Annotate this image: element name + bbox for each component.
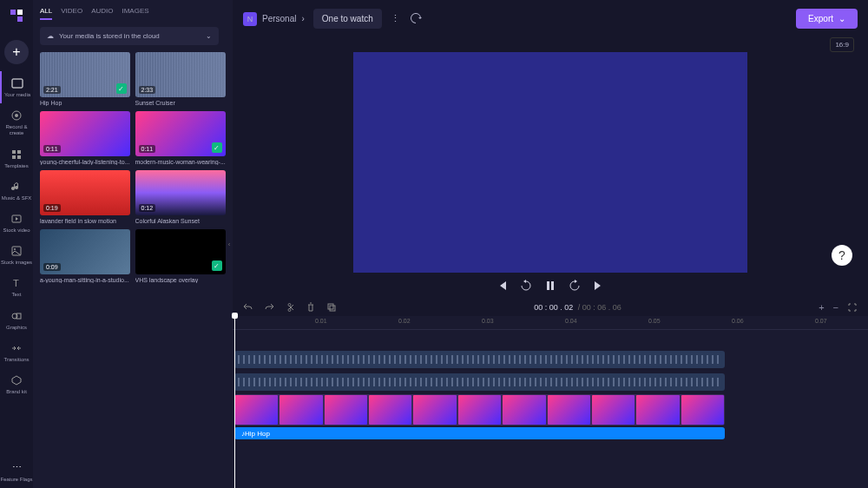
sidebar-item-stock-images[interactable]: Stock images	[0, 239, 33, 271]
sidebar-label: Stock video	[3, 228, 30, 234]
ruler-tick: 0.02	[398, 318, 411, 324]
media-item[interactable]: 0:12Colorful Alaskan Sunset	[135, 170, 226, 224]
pause-icon[interactable]	[544, 280, 556, 292]
aspect-ratio-badge[interactable]: 16:9	[830, 37, 854, 52]
media-item[interactable]: 0:19lavander field in slow motion	[40, 170, 130, 224]
action-bar: 00 : 00 . 02 / 00 : 06 . 06 + −	[233, 299, 868, 316]
video-frame	[458, 395, 501, 425]
chevron-down-icon: ⌄	[838, 14, 845, 23]
rewind-10-icon[interactable]	[520, 280, 532, 292]
timeline-ruler[interactable]: 0.010.020.030.040.050.060.07	[233, 316, 868, 330]
media-name: Colorful Alaskan Sunset	[135, 218, 226, 224]
forward-10-icon[interactable]	[569, 280, 581, 292]
svg-rect-6	[17, 155, 21, 159]
sidebar-item-feature-flags[interactable]: ⋯ Feature Flags	[0, 456, 33, 488]
checkmark-icon: ✓	[212, 142, 222, 153]
add-button[interactable]: +	[4, 40, 29, 64]
sidebar-label: Text	[11, 292, 21, 298]
media-item[interactable]: 0:09a-young-man-sitting-in-a-studio...	[40, 229, 130, 283]
tab-all[interactable]: ALL	[40, 7, 52, 20]
duplicate-icon[interactable]	[326, 302, 337, 313]
media-thumbnail: 0:11	[40, 111, 130, 156]
timeline[interactable]: 0.010.020.030.040.050.060.07 ♪ Hip Hop	[233, 316, 868, 488]
sidebar-item-stock-video[interactable]: Stock video	[0, 207, 33, 239]
fit-icon[interactable]	[847, 302, 858, 313]
media-thumbnail: 0:09	[40, 229, 130, 274]
playhead[interactable]	[234, 316, 235, 488]
media-item[interactable]: 2:33Sunset Cruiser	[135, 52, 226, 106]
sidebar-item-music[interactable]: Music & SFX	[0, 175, 33, 207]
collapse-panel-handle[interactable]: ‹	[226, 0, 233, 488]
svg-point-9	[14, 248, 16, 250]
video-frame	[636, 395, 679, 425]
main-area: N Personal › One to watch ⋮ Export ⌄ 16:…	[233, 0, 868, 488]
cloud-storage-bar[interactable]: ☁ Your media is stored in the cloud ⌄	[40, 27, 219, 45]
sidebar-item-record[interactable]: Record & create	[0, 103, 33, 142]
export-button[interactable]: Export ⌄	[796, 9, 858, 29]
waveform-track[interactable]	[234, 351, 725, 368]
skip-previous-icon[interactable]	[496, 280, 508, 292]
chevron-down-icon: ⌄	[206, 32, 212, 40]
zoom-in-icon[interactable]: +	[819, 302, 824, 313]
media-item[interactable]: 0:11✓modern-music-woman-wearing-...	[135, 111, 226, 165]
media-name: modern-music-woman-wearing-...	[135, 159, 226, 165]
help-button[interactable]: ?	[832, 245, 852, 266]
video-track[interactable]	[234, 394, 725, 425]
svg-rect-13	[547, 281, 549, 290]
undo-icon[interactable]	[243, 302, 253, 313]
sidebar-label: Music & SFX	[2, 195, 32, 201]
sidebar-item-text[interactable]: T Text	[0, 271, 33, 303]
playback-controls	[233, 273, 868, 299]
sidebar-label: Stock images	[1, 260, 32, 266]
sidebar-item-graphics[interactable]: Graphics	[0, 304, 33, 336]
media-item[interactable]: 2:21✓Hip Hop	[40, 52, 130, 106]
video-frame	[548, 395, 590, 425]
sidebar-item-transitions[interactable]: Transitions	[0, 336, 33, 368]
checkmark-icon: ✓	[116, 83, 127, 94]
current-time: 00 : 00 . 02	[534, 303, 573, 312]
project-name-input[interactable]: One to watch	[313, 9, 382, 29]
tab-audio[interactable]: AUDIO	[91, 7, 113, 20]
video-frame	[325, 395, 367, 425]
sidebar-item-brand-kit[interactable]: Brand kit	[0, 368, 33, 400]
media-thumbnail: 2:33	[135, 52, 226, 97]
media-duration: 0:19	[43, 204, 61, 212]
skip-next-icon[interactable]	[593, 280, 605, 292]
ruler-tick: 0.07	[815, 318, 827, 324]
workspace-name: Personal	[262, 14, 296, 23]
sidebar-item-templates[interactable]: Templates	[0, 142, 33, 175]
svg-rect-0	[12, 79, 23, 88]
svg-rect-15	[328, 304, 333, 309]
svg-text:T: T	[13, 278, 19, 288]
graphics-icon	[10, 309, 23, 323]
audio-clip[interactable]: ♪ Hip Hop	[234, 427, 725, 439]
media-thumbnail: 2:21✓	[40, 52, 130, 97]
tab-images[interactable]: IMAGES	[122, 7, 148, 20]
video-frame	[681, 395, 724, 425]
split-icon[interactable]	[285, 302, 295, 313]
workspace-selector[interactable]: N Personal ›	[243, 12, 305, 26]
waveform-track[interactable]	[234, 373, 725, 391]
media-item[interactable]: ✓VHS landscape overlay	[135, 229, 226, 283]
left-sidebar: + Your media Record & create Templates M…	[0, 0, 33, 488]
delete-icon[interactable]	[306, 302, 316, 313]
media-grid: 2:21✓Hip Hop2:33Sunset Cruiser0:11young-…	[40, 52, 219, 283]
app-logo	[6, 5, 27, 26]
svg-rect-3	[12, 150, 16, 154]
zoom-out-icon[interactable]: −	[833, 302, 838, 313]
sidebar-item-media[interactable]: Your media	[0, 71, 33, 103]
svg-rect-14	[551, 281, 554, 290]
tab-video[interactable]: VIDEO	[61, 7, 82, 20]
media-thumbnail: 0:12	[135, 170, 226, 215]
sync-icon[interactable]	[409, 11, 423, 27]
video-frame	[503, 395, 545, 425]
more-options-icon[interactable]: ⋮	[391, 13, 400, 24]
media-panel: ALL VIDEO AUDIO IMAGES ☁ Your media is s…	[33, 0, 226, 488]
sidebar-label: Brand kit	[6, 389, 27, 395]
sidebar-label: Graphics	[6, 325, 27, 331]
sidebar-label: Record & create	[0, 124, 33, 136]
media-item[interactable]: 0:11young-cheerful-lady-listening-to...	[40, 111, 130, 165]
topbar: N Personal › One to watch ⋮ Export ⌄	[233, 0, 868, 37]
redo-icon[interactable]	[264, 302, 274, 313]
video-preview[interactable]	[353, 52, 747, 273]
